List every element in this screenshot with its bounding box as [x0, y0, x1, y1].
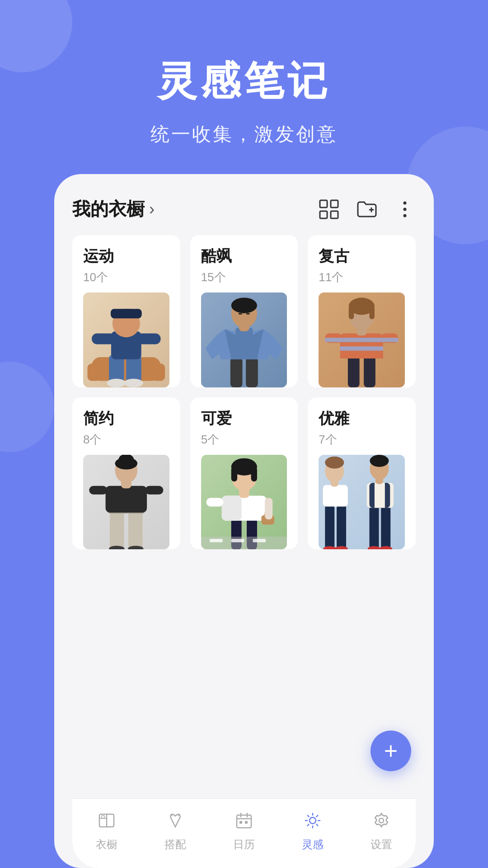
category-card-vintage[interactable]: 复古 11个 [308, 235, 416, 387]
wardrobe-icon [98, 811, 116, 834]
nav-item-match[interactable]: 搭配 [146, 811, 205, 852]
category-image-vintage [319, 292, 405, 387]
svg-line-112 [308, 824, 309, 826]
nav-label-settings: 设置 [371, 837, 392, 852]
svg-rect-19 [111, 309, 142, 318]
category-count-cool: 15个 [201, 269, 287, 285]
more-icon [394, 198, 416, 220]
nav-item-calendar[interactable]: 日历 [215, 811, 273, 852]
svg-rect-2 [320, 211, 327, 218]
card-bottom-area: + [72, 549, 416, 798]
sub-title: 统一收集，激发创意 [0, 122, 488, 147]
svg-rect-32 [340, 334, 383, 359]
category-card-simple[interactable]: 简约 8个 [72, 397, 180, 550]
folder-icon [356, 198, 378, 220]
svg-rect-23 [246, 357, 258, 387]
category-name-cute: 可爱 [201, 408, 287, 429]
svg-rect-30 [348, 355, 360, 387]
svg-point-8 [404, 214, 407, 217]
svg-rect-80 [370, 504, 379, 549]
svg-rect-75 [337, 504, 346, 549]
svg-rect-102 [239, 821, 242, 824]
svg-rect-35 [340, 355, 383, 359]
category-image-cute [201, 455, 287, 550]
svg-rect-98 [237, 815, 251, 828]
svg-point-87 [370, 455, 389, 467]
category-name-simple: 简约 [83, 408, 169, 429]
svg-rect-46 [128, 511, 142, 550]
svg-rect-63 [206, 498, 223, 506]
svg-rect-74 [325, 504, 335, 549]
svg-rect-3 [331, 211, 338, 218]
card-icons [318, 198, 416, 220]
svg-rect-81 [381, 504, 391, 549]
add-button[interactable]: + [371, 731, 411, 771]
plus-icon: + [384, 739, 398, 763]
category-name-cool: 酷飒 [201, 246, 287, 267]
svg-rect-45 [110, 511, 124, 550]
category-card-sports[interactable]: 运动 10个 [72, 235, 180, 387]
svg-rect-70 [201, 537, 287, 550]
svg-line-111 [316, 816, 318, 817]
svg-point-54 [115, 457, 138, 469]
card-header: 我的衣橱 › [72, 197, 416, 222]
category-card-cute[interactable]: 可爱 5个 [190, 397, 298, 550]
svg-point-7 [404, 208, 407, 211]
category-name-vintage: 复古 [319, 246, 405, 267]
clothes-grid: 运动 10个 [72, 235, 416, 549]
main-title: 灵感笔记 [0, 54, 488, 108]
bg-circle-bottom-left [0, 362, 54, 452]
svg-rect-43 [349, 307, 354, 320]
svg-rect-71 [210, 539, 223, 542]
svg-point-14 [107, 379, 126, 387]
category-name-sports: 运动 [83, 246, 169, 267]
svg-line-110 [316, 824, 318, 826]
svg-point-15 [124, 379, 143, 387]
category-count-cute: 5个 [201, 432, 287, 448]
category-image-cool [201, 292, 287, 387]
svg-rect-37 [325, 338, 343, 342]
category-image-simple [83, 455, 169, 550]
svg-rect-39 [381, 338, 399, 342]
category-card-elegant[interactable]: 优雅 7个 [308, 397, 416, 550]
svg-rect-84 [375, 483, 385, 508]
nav-item-settings[interactable]: 设置 [352, 811, 411, 852]
svg-rect-76 [323, 485, 348, 506]
svg-point-104 [310, 817, 316, 824]
folder-button[interactable] [356, 198, 378, 220]
svg-rect-73 [253, 539, 266, 542]
nav-label-inspiration: 灵感 [302, 837, 324, 852]
bottom-navigation: 衣橱 搭配 [72, 798, 416, 868]
card-title-area[interactable]: 我的衣橱 › [72, 197, 155, 222]
svg-rect-64 [265, 498, 272, 519]
svg-rect-22 [230, 357, 242, 387]
category-count-vintage: 11个 [319, 269, 405, 285]
nav-item-inspiration[interactable]: 灵感 [283, 811, 342, 852]
svg-point-27 [231, 297, 257, 313]
svg-rect-48 [106, 486, 147, 512]
nav-item-wardrobe[interactable]: 衣橱 [77, 811, 136, 852]
svg-rect-20 [92, 334, 115, 344]
svg-rect-49 [89, 486, 107, 494]
category-count-simple: 8个 [83, 432, 169, 448]
category-count-sports: 10个 [83, 269, 169, 285]
inspiration-icon [304, 811, 322, 834]
calendar-icon [235, 811, 253, 834]
svg-rect-1 [331, 200, 338, 208]
card-title: 我的衣橱 [72, 197, 145, 222]
settings-icon [372, 811, 390, 834]
more-button[interactable] [394, 198, 416, 220]
category-card-cool[interactable]: 酷飒 15个 [190, 235, 298, 387]
grid-icon [318, 198, 340, 220]
svg-rect-10 [88, 363, 101, 381]
svg-line-109 [308, 816, 309, 817]
category-image-elegant [319, 455, 405, 550]
svg-rect-28 [239, 313, 242, 315]
nav-label-calendar: 日历 [233, 837, 255, 852]
svg-rect-11 [152, 363, 165, 381]
grid-view-button[interactable] [318, 198, 340, 220]
svg-rect-21 [137, 334, 160, 344]
svg-rect-68 [231, 467, 237, 481]
svg-point-79 [325, 457, 344, 469]
match-icon [166, 811, 184, 834]
